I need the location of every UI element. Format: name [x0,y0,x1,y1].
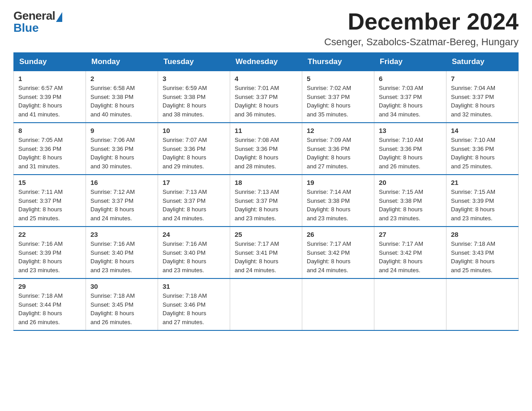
day-number: 20 [379,179,442,186]
month-title: December 2024 [324,9,519,34]
day-of-week-header: Saturday [446,53,519,71]
calendar-day-cell: 16Sunrise: 7:12 AMSunset: 3:37 PMDayligh… [86,175,158,227]
calendar-week-row: 29Sunrise: 7:18 AMSunset: 3:44 PMDayligh… [14,278,519,330]
day-info: Sunrise: 7:10 AMSunset: 3:36 PMDaylight:… [451,136,514,171]
calendar-table: SundayMondayTuesdayWednesdayThursdayFrid… [13,52,519,331]
calendar-day-cell: 10Sunrise: 7:07 AMSunset: 3:36 PMDayligh… [158,123,230,175]
calendar-day-cell: 23Sunrise: 7:16 AMSunset: 3:40 PMDayligh… [86,227,158,278]
day-info: Sunrise: 7:12 AMSunset: 3:37 PMDaylight:… [90,188,153,223]
calendar-day-cell: 17Sunrise: 7:13 AMSunset: 3:37 PMDayligh… [158,175,230,227]
day-number: 18 [235,179,297,186]
page-header: General Blue December 2024 Csenger, Szab… [13,9,519,48]
calendar-day-cell: 12Sunrise: 7:09 AMSunset: 3:36 PMDayligh… [302,123,374,175]
calendar-day-cell: 9Sunrise: 7:06 AMSunset: 3:36 PMDaylight… [86,123,158,175]
title-section: December 2024 Csenger, Szabolcs-Szatmar-… [324,9,519,48]
day-info: Sunrise: 7:13 AMSunset: 3:37 PMDaylight:… [235,188,297,223]
day-of-week-header: Tuesday [158,53,230,71]
day-info: Sunrise: 7:13 AMSunset: 3:37 PMDaylight:… [163,188,225,223]
day-info: Sunrise: 7:16 AMSunset: 3:40 PMDaylight:… [163,240,225,274]
calendar-day-cell [302,278,374,330]
day-number: 2 [90,75,153,82]
calendar-week-row: 8Sunrise: 7:05 AMSunset: 3:36 PMDaylight… [14,123,519,175]
day-info: Sunrise: 7:07 AMSunset: 3:36 PMDaylight:… [163,136,225,171]
day-info: Sunrise: 7:16 AMSunset: 3:39 PMDaylight:… [18,240,81,274]
day-number: 29 [18,283,81,290]
calendar-day-cell: 19Sunrise: 7:14 AMSunset: 3:38 PMDayligh… [302,175,374,227]
day-info: Sunrise: 7:02 AMSunset: 3:37 PMDaylight:… [307,84,369,119]
day-info: Sunrise: 7:17 AMSunset: 3:41 PMDaylight:… [235,240,297,274]
day-number: 13 [379,127,442,134]
day-number: 28 [451,231,514,238]
day-info: Sunrise: 7:18 AMSunset: 3:43 PMDaylight:… [451,240,514,274]
day-info: Sunrise: 7:08 AMSunset: 3:36 PMDaylight:… [235,136,297,171]
calendar-day-cell: 29Sunrise: 7:18 AMSunset: 3:44 PMDayligh… [14,278,86,330]
day-number: 16 [90,179,153,186]
day-info: Sunrise: 6:59 AMSunset: 3:38 PMDaylight:… [163,84,225,119]
day-of-week-header: Sunday [14,53,86,71]
logo-triangle-icon [56,12,62,22]
day-number: 30 [90,283,153,290]
day-number: 12 [307,127,369,134]
day-info: Sunrise: 7:03 AMSunset: 3:37 PMDaylight:… [379,84,442,119]
day-info: Sunrise: 6:57 AMSunset: 3:39 PMDaylight:… [18,84,81,119]
calendar-day-cell: 15Sunrise: 7:11 AMSunset: 3:37 PMDayligh… [14,175,86,227]
calendar-day-cell: 2Sunrise: 6:58 AMSunset: 3:38 PMDaylight… [86,71,158,123]
day-number: 9 [90,127,153,134]
calendar-day-cell: 22Sunrise: 7:16 AMSunset: 3:39 PMDayligh… [14,227,86,278]
calendar-day-cell: 8Sunrise: 7:05 AMSunset: 3:36 PMDaylight… [14,123,86,175]
day-info: Sunrise: 7:18 AMSunset: 3:44 PMDaylight:… [18,291,81,326]
day-info: Sunrise: 7:15 AMSunset: 3:39 PMDaylight:… [451,188,514,223]
day-number: 19 [307,179,369,186]
day-info: Sunrise: 7:17 AMSunset: 3:42 PMDaylight:… [379,240,442,274]
day-number: 23 [90,231,153,238]
day-info: Sunrise: 7:15 AMSunset: 3:38 PMDaylight:… [379,188,442,223]
calendar-day-cell [374,278,446,330]
calendar-day-cell: 5Sunrise: 7:02 AMSunset: 3:37 PMDaylight… [302,71,374,123]
day-info: Sunrise: 7:11 AMSunset: 3:37 PMDaylight:… [18,188,81,223]
day-number: 5 [307,75,369,82]
day-info: Sunrise: 7:04 AMSunset: 3:37 PMDaylight:… [451,84,514,119]
calendar-day-cell: 14Sunrise: 7:10 AMSunset: 3:36 PMDayligh… [446,123,519,175]
day-number: 24 [163,231,225,238]
day-info: Sunrise: 7:18 AMSunset: 3:45 PMDaylight:… [90,291,153,326]
calendar-day-cell: 26Sunrise: 7:17 AMSunset: 3:42 PMDayligh… [302,227,374,278]
calendar-day-cell: 6Sunrise: 7:03 AMSunset: 3:37 PMDaylight… [374,71,446,123]
calendar-day-cell: 18Sunrise: 7:13 AMSunset: 3:37 PMDayligh… [230,175,302,227]
day-number: 10 [163,127,225,134]
calendar-header-row: SundayMondayTuesdayWednesdayThursdayFrid… [14,53,519,71]
day-number: 8 [18,127,81,134]
day-info: Sunrise: 7:09 AMSunset: 3:36 PMDaylight:… [307,136,369,171]
calendar-day-cell: 7Sunrise: 7:04 AMSunset: 3:37 PMDaylight… [446,71,519,123]
calendar-week-row: 1Sunrise: 6:57 AMSunset: 3:39 PMDaylight… [14,71,519,123]
calendar-day-cell: 25Sunrise: 7:17 AMSunset: 3:41 PMDayligh… [230,227,302,278]
logo-blue-text: Blue [13,21,39,35]
day-of-week-header: Thursday [302,53,374,71]
day-number: 3 [163,75,225,82]
calendar-day-cell: 21Sunrise: 7:15 AMSunset: 3:39 PMDayligh… [446,175,519,227]
calendar-day-cell: 27Sunrise: 7:17 AMSunset: 3:42 PMDayligh… [374,227,446,278]
calendar-day-cell: 28Sunrise: 7:18 AMSunset: 3:43 PMDayligh… [446,227,519,278]
day-of-week-header: Friday [374,53,446,71]
calendar-day-cell: 13Sunrise: 7:10 AMSunset: 3:36 PMDayligh… [374,123,446,175]
day-info: Sunrise: 7:18 AMSunset: 3:46 PMDaylight:… [163,291,225,326]
day-number: 11 [235,127,297,134]
day-number: 21 [451,179,514,186]
calendar-day-cell [230,278,302,330]
day-number: 22 [18,231,81,238]
calendar-week-row: 22Sunrise: 7:16 AMSunset: 3:39 PMDayligh… [14,227,519,278]
location: Csenger, Szabolcs-Szatmar-Bereg, Hungary [324,36,519,48]
day-number: 25 [235,231,297,238]
calendar-day-cell: 20Sunrise: 7:15 AMSunset: 3:38 PMDayligh… [374,175,446,227]
day-info: Sunrise: 7:16 AMSunset: 3:40 PMDaylight:… [90,240,153,274]
day-info: Sunrise: 7:17 AMSunset: 3:42 PMDaylight:… [307,240,369,274]
calendar-day-cell: 11Sunrise: 7:08 AMSunset: 3:36 PMDayligh… [230,123,302,175]
logo: General Blue [13,9,62,35]
day-number: 27 [379,231,442,238]
day-of-week-header: Monday [86,53,158,71]
calendar-day-cell [446,278,519,330]
day-number: 6 [379,75,442,82]
day-info: Sunrise: 7:01 AMSunset: 3:37 PMDaylight:… [235,84,297,119]
day-number: 17 [163,179,225,186]
day-info: Sunrise: 7:05 AMSunset: 3:36 PMDaylight:… [18,136,81,171]
day-number: 26 [307,231,369,238]
